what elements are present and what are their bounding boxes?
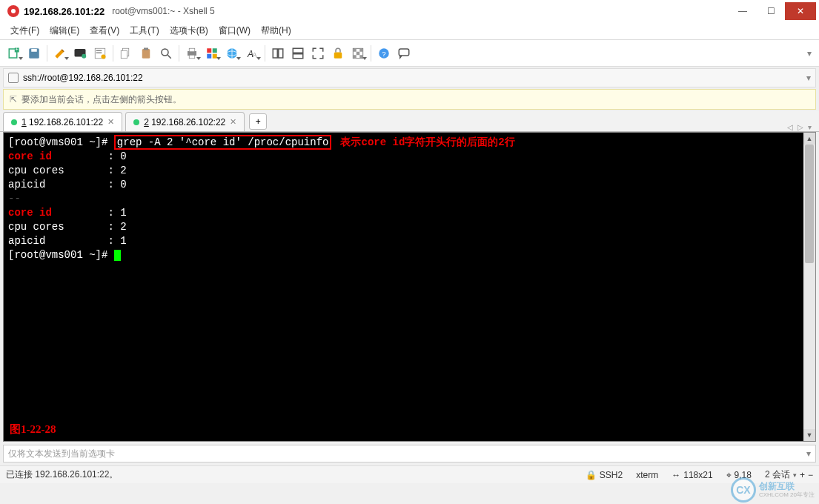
menu-tabs[interactable]: 选项卡(B) [165,23,213,39]
watermark-text: 创新互联 [759,482,815,491]
save-icon[interactable] [24,44,44,63]
svg-rect-39 [359,55,363,59]
svg-text:A: A [253,51,257,58]
minimize-button[interactable]: — [729,2,757,20]
tile-v-icon[interactable] [288,44,308,63]
svg-rect-4 [31,49,37,52]
title-bar: 192.168.26.101:22 root@vms001:~ - Xshell… [0,0,819,22]
close-button[interactable]: ✕ [785,2,816,20]
tab-add-button[interactable]: + [249,113,267,130]
toolbar-overflow-icon[interactable]: ▾ [807,48,815,59]
terminal-panel: [root@vms001 ~]# grep -A 2 '^core id' /p… [3,132,816,442]
menu-window[interactable]: 窗口(W) [214,23,255,39]
figure-label: 图1-22-28 [10,422,56,437]
svg-rect-8 [96,50,102,51]
svg-rect-22 [207,53,211,58]
status-ssh: 🔒SSH2 [586,470,623,480]
svg-rect-29 [273,49,277,58]
scrollbar[interactable]: ▲ ▼ [803,133,815,441]
address-bar[interactable]: ssh://root@192.168.26.101:22 ▾ [3,68,816,87]
tab-number: 1 [21,117,27,127]
status-dot-icon [133,119,139,125]
tab-nav: ◁ ▷ ▾ [786,123,816,131]
svg-line-16 [168,55,171,59]
hint-pin-icon[interactable]: ⇱ [10,94,17,105]
svg-rect-23 [213,53,217,58]
svg-text:?: ? [382,49,386,57]
scroll-thumb[interactable] [805,145,814,263]
tab-close-icon[interactable]: ✕ [230,117,236,127]
menu-edit[interactable]: 编辑(E) [45,23,84,39]
svg-rect-33 [334,52,342,58]
hint-bar: ⇱ 要添加当前会话，点击左侧的箭头按钮。 [3,89,816,110]
terminal-icon[interactable] [70,44,90,63]
menu-tools[interactable]: 工具(T) [125,23,163,39]
title-ip: 192.168.26.101:22 [24,6,105,17]
search-icon[interactable] [156,44,176,63]
tab-label: 192.168.26.101:22 [29,117,103,127]
status-dot-icon [11,119,17,125]
maximize-button[interactable]: ☐ [757,2,785,20]
compose-input[interactable]: 仅将文本发送到当前选项卡 ▾ [3,445,816,462]
globe-icon[interactable] [222,44,242,63]
svg-rect-30 [279,49,283,58]
scroll-down-icon[interactable]: ▼ [803,429,815,441]
svg-rect-13 [142,49,150,59]
svg-rect-14 [144,47,148,50]
svg-rect-42 [399,49,409,56]
svg-rect-32 [293,53,303,58]
watermark-sub: CXHLCOM 20年专注 [759,491,815,499]
svg-rect-19 [189,55,195,59]
menu-help[interactable]: 帮助(H) [256,23,296,39]
properties-icon[interactable] [90,44,110,63]
menu-view[interactable]: 查看(V) [85,23,124,39]
svg-rect-36 [359,48,363,52]
resize-icon: ↔ [672,470,680,480]
compose-placeholder: 仅将文本发送到当前选项卡 [8,448,115,460]
lock-icon[interactable] [328,44,348,63]
transparency-icon[interactable] [348,44,368,63]
tab-close-icon[interactable]: ✕ [107,117,114,127]
address-text: ssh://root@192.168.26.101:22 [23,73,143,83]
tab-next-icon[interactable]: ▷ [796,123,805,131]
menu-bar: 文件(F) 编辑(E) 查看(V) 工具(T) 选项卡(B) 窗口(W) 帮助(… [0,22,819,40]
svg-rect-37 [357,51,360,55]
status-bar: 已连接 192.168.26.101:22。 🔒SSH2 xterm ↔ 118… [0,465,819,483]
print-icon[interactable] [182,44,202,63]
terminal[interactable]: [root@vms001 ~]# grep -A 2 '^core id' /p… [4,133,815,265]
tab-1[interactable]: 1 192.168.26.101:22 ✕ [3,112,122,131]
svg-rect-9 [96,52,102,53]
font-icon[interactable]: AA [242,44,262,63]
svg-point-15 [162,49,168,56]
paste-icon[interactable] [136,44,156,63]
svg-rect-35 [353,48,357,52]
menu-file[interactable]: 文件(F) [6,23,44,39]
tab-list-icon[interactable]: ▾ [806,123,813,131]
title-session: root@vms001:~ - Xshell 5 [112,6,215,16]
compose-dropdown-icon[interactable]: ▾ [806,448,811,459]
fullscreen-icon[interactable] [308,44,328,63]
scroll-up-icon[interactable]: ▲ [803,133,815,145]
svg-rect-18 [189,48,195,52]
svg-rect-31 [293,48,303,53]
copy-icon[interactable] [116,44,136,63]
edit-script-icon[interactable] [50,44,70,63]
tab-prev-icon[interactable]: ◁ [786,123,795,131]
tab-number: 2 [144,117,149,127]
tile-h-icon[interactable] [268,44,288,63]
status-connection: 已连接 192.168.26.101:22。 [6,468,118,481]
svg-rect-12 [121,50,127,59]
svg-rect-38 [353,55,357,59]
tab-2[interactable]: 2 192.168.26.102:22 ✕ [125,112,245,131]
chat-icon[interactable] [394,44,414,63]
tab-label: 192.168.26.102:22 [151,117,225,127]
color-icon[interactable] [202,44,222,63]
address-icon [8,73,19,83]
svg-text:+: + [16,47,19,52]
hint-text: 要添加当前会话，点击左侧的箭头按钮。 [21,93,182,106]
new-session-icon[interactable]: + [4,44,24,63]
svg-rect-20 [207,48,211,53]
address-overflow-icon[interactable]: ▾ [806,73,811,83]
watermark-logo-icon: CX [731,477,756,503]
help-icon[interactable]: ? [374,44,394,63]
